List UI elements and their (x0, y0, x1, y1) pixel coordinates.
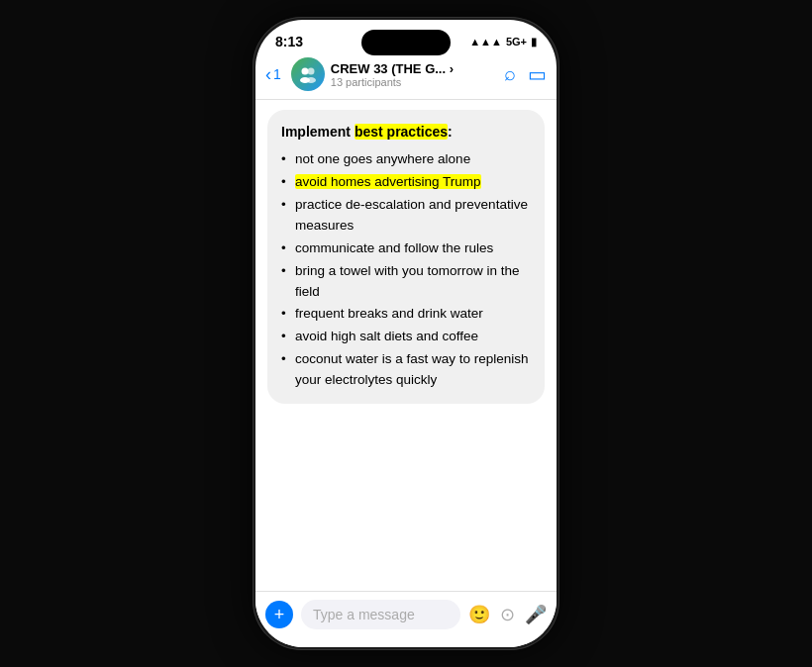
dynamic-island (361, 30, 451, 55)
emoji-icon[interactable]: 🙂 (468, 604, 490, 625)
highlight-text: avoid homes advertising Trump (295, 174, 481, 189)
back-button[interactable]: ‹ 1 (261, 60, 285, 89)
video-icon[interactable]: ▭ (528, 62, 547, 86)
list-item: avoid high salt diets and coffee (281, 326, 531, 348)
message-bubble: Implement best practices: not one goes a… (267, 110, 545, 404)
status-time: 8:13 (275, 34, 303, 49)
message-input[interactable]: Type a message (301, 600, 460, 629)
group-info[interactable]: CREW 33 (THE G... › 13 participants (331, 61, 498, 88)
input-bar: + Type a message 🙂 ⊙ 🎤 (255, 591, 557, 647)
message-heading: Implement best practices: (281, 122, 531, 143)
list-item: practice de-escalation and preventative … (281, 194, 531, 238)
mic-icon[interactable]: 🎤 (525, 604, 547, 625)
group-name: CREW 33 (THE G... › (331, 61, 498, 76)
phone-screen: 8:13 ▲▲▲ 5G+ ▮ ‹ 1 CREW 3 (255, 20, 557, 647)
heading-text-1: Implement (281, 124, 355, 140)
participants-count: 13 participants (331, 76, 498, 88)
list-item: not one goes anywhere alone (281, 148, 531, 171)
back-count: 1 (273, 66, 281, 82)
battery-icon: ▮ (531, 36, 537, 48)
status-icons: ▲▲▲ 5G+ ▮ (469, 36, 537, 48)
group-avatar (291, 57, 325, 91)
nav-actions: ⌕ ▭ (504, 62, 547, 86)
camera-icon[interactable]: ⊙ (500, 604, 515, 625)
list-item: bring a towel with you tomorrow in the f… (281, 260, 531, 304)
nav-bar: ‹ 1 CREW 33 (THE G... › 13 participants … (255, 53, 557, 100)
phone-frame: 8:13 ▲▲▲ 5G+ ▮ ‹ 1 CREW 3 (253, 17, 559, 650)
list-item: frequent breaks and drink water (281, 303, 531, 326)
svg-point-3 (306, 77, 316, 83)
input-action-icons: 🙂 ⊙ 🎤 (468, 604, 547, 625)
bullet-list: not one goes anywhere alone avoid homes … (281, 148, 531, 392)
heading-highlight: best practices (355, 124, 448, 140)
network-type: 5G+ (506, 36, 527, 48)
list-item: coconut water is a fast way to replenish… (281, 348, 531, 392)
list-item: avoid homes advertising Trump (281, 171, 531, 194)
heading-colon: : (448, 124, 453, 140)
phone-icon[interactable]: ⌕ (504, 62, 516, 86)
chevron-left-icon: ‹ (265, 64, 271, 85)
list-item: communicate and follow the rules (281, 238, 531, 260)
signal-icon: ▲▲▲ (469, 36, 502, 48)
message-placeholder: Type a message (313, 607, 415, 622)
svg-point-0 (301, 68, 308, 75)
chat-area: Implement best practices: not one goes a… (255, 100, 557, 591)
add-attachment-button[interactable]: + (265, 601, 293, 628)
plus-icon: + (274, 605, 285, 625)
svg-point-1 (307, 68, 314, 75)
